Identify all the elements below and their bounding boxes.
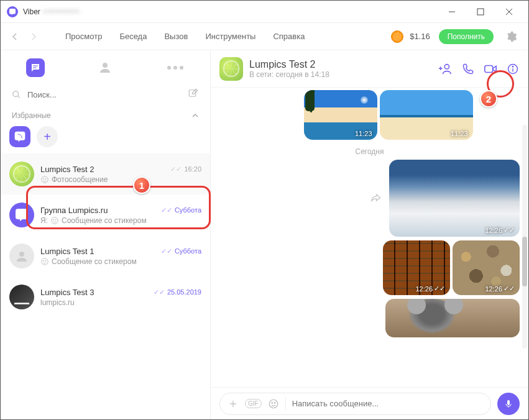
chat-icon xyxy=(26,58,45,77)
add-contact-icon xyxy=(439,62,453,76)
window-minimize-button[interactable] xyxy=(438,2,466,22)
compose-icon xyxy=(188,88,199,99)
message-time: 12:26 xyxy=(415,285,433,293)
scrollbar-thumb[interactable] xyxy=(522,237,527,286)
chat-name: Группа Lumpics.ru xyxy=(40,206,108,215)
message-input[interactable] xyxy=(292,399,483,408)
delivery-ticks-icon: ✓✓ xyxy=(504,226,515,234)
info-icon xyxy=(507,63,519,75)
menu-view[interactable]: Просмотр xyxy=(58,28,109,45)
svg-point-15 xyxy=(55,219,56,220)
chat-preview: Фотосообщение xyxy=(52,175,108,184)
add-contact-button[interactable] xyxy=(439,62,453,76)
chat-item-lumpics-test-2[interactable]: Lumpics Test 2 ✓✓ 16:20 Фотосообщение xyxy=(1,153,210,194)
conversation-actions xyxy=(439,62,520,76)
chat-time: Суббота xyxy=(175,247,201,255)
svg-point-29 xyxy=(269,399,278,408)
chat-preview: Сообщение со стикером xyxy=(52,257,137,266)
topup-button[interactable]: Пополнить xyxy=(439,29,494,44)
svg-point-18 xyxy=(44,260,44,261)
image-message[interactable] xyxy=(385,299,520,337)
video-call-button[interactable] xyxy=(484,62,497,76)
search-icon xyxy=(12,90,21,99)
delivery-ticks-icon: ✓✓ xyxy=(170,165,182,173)
image-message[interactable]: 12:26 ✓✓ xyxy=(453,240,520,295)
sticker-icon[interactable] xyxy=(268,398,279,409)
svg-point-14 xyxy=(53,219,54,220)
svg-point-19 xyxy=(45,260,46,261)
menu-chat[interactable]: Беседа xyxy=(112,28,154,45)
svg-point-30 xyxy=(272,402,273,403)
forward-button[interactable] xyxy=(369,192,382,204)
balance-amount: $1.16 xyxy=(410,32,430,41)
svg-rect-1 xyxy=(477,9,484,15)
svg-rect-32 xyxy=(507,400,510,405)
chat-name: Lumpics Test 1 xyxy=(40,247,94,256)
delivery-ticks-icon: ✓✓ xyxy=(161,247,172,255)
plus-icon[interactable] xyxy=(228,398,239,409)
more-icon xyxy=(167,66,183,70)
menu-tools[interactable]: Инструменты xyxy=(198,28,263,45)
favorites-label: Избранные xyxy=(12,111,51,120)
favorite-viber-item[interactable] xyxy=(9,126,30,147)
delivery-ticks-icon: ✓✓ xyxy=(434,285,445,293)
forward-icon xyxy=(369,192,382,204)
chat-item-lumpics-test-3[interactable]: Lumpics Test 3 ✓✓ 25.05.2019 lumpics.ru xyxy=(1,276,210,317)
phone-icon xyxy=(462,63,474,75)
nav-forward-button[interactable] xyxy=(25,29,42,45)
svg-point-10 xyxy=(42,176,48,183)
image-message[interactable]: 11:23 xyxy=(380,90,473,140)
chat-item-lumpics-test-1[interactable]: Lumpics Test 1 ✓✓ Суббота Сообщение со с… xyxy=(1,235,210,276)
message-time: 11:23 xyxy=(355,130,372,137)
sticker-icon xyxy=(50,216,59,225)
conversation-header: Lumpics Test 2 В сети: сегодня в 14:18 xyxy=(211,50,528,88)
chat-preview-prefix: Я: xyxy=(40,216,48,225)
message-time: 12:26 xyxy=(485,285,502,293)
chat-preview: lumpics.ru xyxy=(40,298,75,307)
chat-time: 25.05.2019 xyxy=(167,288,201,296)
svg-rect-23 xyxy=(485,65,493,72)
person-icon xyxy=(14,249,29,263)
conversation-avatar[interactable] xyxy=(219,57,243,81)
svg-point-6 xyxy=(103,63,108,68)
svg-point-12 xyxy=(45,178,46,179)
nav-back-button[interactable] xyxy=(7,29,23,45)
voice-call-button[interactable] xyxy=(461,62,475,76)
chat-name: Lumpics Test 3 xyxy=(40,288,94,297)
date-separator: Сегодня xyxy=(219,147,520,156)
compose-button[interactable] xyxy=(188,88,201,101)
conversation-title: Lumpics Test 2 xyxy=(249,59,329,70)
favorites-header[interactable]: Избранные xyxy=(1,107,210,124)
search-row xyxy=(1,85,210,107)
tab-chats[interactable] xyxy=(1,50,70,85)
gif-button[interactable]: GIF xyxy=(245,399,262,408)
conversation-pane: Lumpics Test 2 В сети: сегодня в 14:18 xyxy=(211,50,528,419)
info-button[interactable] xyxy=(506,62,520,76)
tab-contacts[interactable] xyxy=(70,50,140,85)
window-maximize-button[interactable] xyxy=(466,2,495,22)
menu-help[interactable]: Справка xyxy=(265,28,312,45)
settings-gear-icon[interactable] xyxy=(501,26,522,47)
image-message[interactable]: 12:26 ✓✓ xyxy=(383,240,450,295)
search-input[interactable] xyxy=(27,90,182,99)
voice-message-button[interactable] xyxy=(497,393,520,415)
menu-call[interactable]: Вызов xyxy=(157,28,195,45)
image-message[interactable]: 11:23 xyxy=(304,90,377,140)
annotation-callout-2: 2 xyxy=(480,90,497,107)
svg-point-13 xyxy=(52,217,58,224)
scrollbar[interactable] xyxy=(522,125,527,349)
svg-point-31 xyxy=(274,402,275,403)
annotation-callout-1: 1 xyxy=(133,176,150,194)
messages-area[interactable]: 11:23 11:23 Сегодня 12:26 ✓✓ 12:26 ✓✓ xyxy=(211,88,528,387)
conversation-status: В сети: сегодня в 14:18 xyxy=(249,70,329,79)
chat-time: Суббота xyxy=(175,206,201,214)
photo-icon xyxy=(40,175,49,184)
avatar xyxy=(9,244,34,268)
chat-item-group-lumpics[interactable]: Группа Lumpics.ru ✓✓ Суббота Я: Сообщени… xyxy=(1,194,210,235)
tab-more[interactable] xyxy=(140,50,210,85)
favorite-add-button[interactable]: + xyxy=(37,126,58,147)
composer: GIF xyxy=(211,387,528,419)
window-close-button[interactable] xyxy=(495,2,523,22)
divider xyxy=(285,398,286,410)
image-message[interactable]: 12:26 ✓✓ xyxy=(389,160,520,237)
